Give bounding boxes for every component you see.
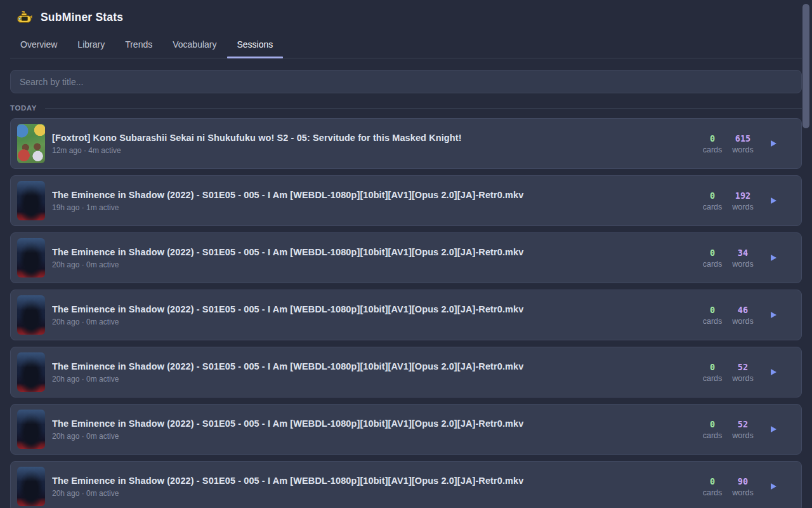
cards-stat: 0 cards [697, 133, 728, 154]
session-card[interactable]: The Eminence in Shadow (2022) - S01E05 -… [10, 404, 802, 455]
cards-label: cards [697, 488, 728, 497]
session-meta: 20h ago · 0m active [52, 375, 691, 384]
session-title: The Eminence in Shadow (2022) - S01E05 -… [52, 361, 691, 371]
play-button[interactable] [769, 368, 777, 376]
session-meta: 19h ago · 1m active [52, 203, 691, 212]
words-stat: 615 words [728, 133, 758, 154]
session-text: The Eminence in Shadow (2022) - S01E05 -… [52, 361, 697, 384]
session-text: The Eminence in Shadow (2022) - S01E05 -… [52, 476, 697, 498]
session-stats: 0 cards 52 words [697, 362, 801, 383]
session-thumbnail [17, 410, 45, 449]
play-icon [771, 426, 776, 432]
session-card[interactable]: The Eminence in Shadow (2022) - S01E05 -… [10, 290, 802, 340]
session-title: The Eminence in Shadow (2022) - S01E05 -… [52, 247, 691, 257]
section-divider [45, 108, 802, 109]
play-icon [771, 483, 776, 490]
cards-count: 0 [697, 476, 728, 486]
session-card[interactable]: The Eminence in Shadow (2022) - S01E05 -… [10, 461, 802, 508]
cards-stat: 0 cards [697, 248, 728, 269]
cards-stat: 0 cards [697, 190, 728, 211]
cards-stat: 0 cards [697, 362, 728, 383]
tab-sessions[interactable]: Sessions [227, 33, 284, 58]
session-text: [Foxtrot] Kono Subarashii Sekai ni Shuku… [52, 133, 697, 155]
cards-label: cards [697, 260, 728, 269]
play-icon [771, 140, 776, 147]
session-title: The Eminence in Shadow (2022) - S01E05 -… [52, 190, 691, 200]
play-button[interactable] [769, 140, 777, 147]
play-button[interactable] [769, 425, 777, 433]
words-stat: 52 words [728, 419, 758, 440]
cards-count: 0 [697, 362, 728, 372]
session-title: [Foxtrot] Kono Subarashii Sekai ni Shuku… [52, 133, 691, 143]
session-meta: 20h ago · 0m active [52, 489, 691, 498]
cards-count: 0 [697, 248, 728, 258]
session-stats: 0 cards 90 words [697, 476, 801, 497]
play-icon [771, 369, 776, 375]
session-card[interactable]: The Eminence in Shadow (2022) - S01E05 -… [10, 347, 802, 398]
session-stats: 0 cards 192 words [697, 190, 801, 211]
scrollbar-thumb[interactable] [802, 4, 809, 128]
session-text: The Eminence in Shadow (2022) - S01E05 -… [52, 247, 697, 269]
cards-stat: 0 cards [697, 476, 728, 497]
tab-trends[interactable]: Trends [115, 33, 162, 58]
app-root: SubMiner Stats Overview Library Trends V… [0, 0, 812, 508]
session-meta: 12m ago · 4m active [52, 146, 691, 155]
play-icon [771, 197, 776, 204]
cards-label: cards [697, 203, 728, 211]
words-count: 90 [728, 476, 758, 486]
play-icon [771, 312, 776, 318]
cards-label: cards [697, 317, 728, 326]
play-button[interactable] [769, 197, 777, 204]
words-label: words [728, 203, 758, 211]
play-button[interactable] [769, 254, 777, 262]
cards-stat: 0 cards [697, 305, 728, 326]
session-meta: 20h ago · 0m active [52, 432, 691, 441]
session-text: The Eminence in Shadow (2022) - S01E05 -… [52, 304, 697, 326]
words-stat: 90 words [728, 476, 758, 497]
words-label: words [728, 374, 758, 383]
words-label: words [728, 431, 758, 440]
session-text: The Eminence in Shadow (2022) - S01E05 -… [52, 190, 697, 212]
words-count: 34 [728, 248, 758, 258]
session-thumbnail [17, 352, 45, 392]
tab-bar: Overview Library Trends Vocabulary Sessi… [10, 33, 802, 58]
session-text: The Eminence in Shadow (2022) - S01E05 -… [52, 418, 697, 441]
play-icon [771, 255, 776, 261]
words-label: words [728, 317, 758, 326]
words-label: words [728, 145, 758, 154]
submarine-icon [16, 11, 32, 25]
session-stats: 0 cards 46 words [697, 305, 801, 326]
session-stats: 0 cards 34 words [697, 248, 801, 269]
session-thumbnail [17, 181, 45, 220]
cards-count: 0 [697, 133, 728, 144]
play-button[interactable] [769, 311, 777, 319]
cards-stat: 0 cards [697, 419, 728, 440]
words-count: 46 [728, 305, 758, 315]
words-stat: 46 words [728, 305, 758, 326]
session-card[interactable]: The Eminence in Shadow (2022) - S01E05 -… [10, 232, 802, 283]
section-label: TODAY [10, 104, 37, 112]
session-title: The Eminence in Shadow (2022) - S01E05 -… [52, 418, 691, 429]
session-meta: 20h ago · 0m active [52, 318, 691, 326]
cards-count: 0 [697, 190, 728, 201]
words-label: words [728, 488, 758, 497]
words-label: words [728, 260, 758, 269]
cards-label: cards [697, 374, 728, 383]
page-title: SubMiner Stats [41, 11, 123, 24]
cards-count: 0 [697, 305, 728, 315]
session-meta: 20h ago · 0m active [52, 260, 691, 269]
words-count: 615 [728, 133, 758, 144]
session-title: The Eminence in Shadow (2022) - S01E05 -… [52, 304, 691, 314]
cards-label: cards [697, 145, 728, 154]
tab-overview[interactable]: Overview [10, 33, 67, 58]
session-card[interactable]: The Eminence in Shadow (2022) - S01E05 -… [10, 175, 802, 226]
app-header: SubMiner Stats [0, 0, 812, 27]
session-thumbnail [17, 295, 45, 335]
tab-library[interactable]: Library [67, 33, 115, 58]
session-card[interactable]: [Foxtrot] Kono Subarashii Sekai ni Shuku… [10, 118, 802, 169]
tab-vocabulary[interactable]: Vocabulary [162, 33, 226, 58]
search-input[interactable] [10, 70, 802, 93]
play-button[interactable] [769, 483, 777, 490]
search-bar [10, 70, 802, 93]
session-thumbnail [17, 124, 45, 163]
